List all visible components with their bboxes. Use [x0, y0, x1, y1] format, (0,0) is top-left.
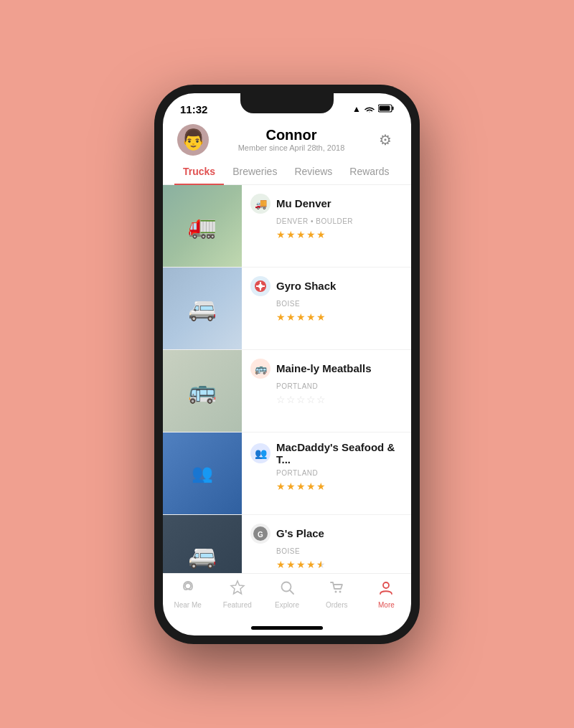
truck-details: G G's Place BOISE ★★★★ ★ ★: [242, 515, 411, 573]
truck-logo: 🚚: [250, 194, 270, 214]
truck-name: G's Place: [276, 527, 324, 539]
tab-breweries[interactable]: Breweries: [224, 159, 286, 184]
battery-icon: [378, 104, 394, 115]
more-label: More: [378, 601, 395, 609]
truck-location: PORTLAND: [276, 382, 403, 390]
near-me-label: Near Me: [174, 601, 201, 609]
truck-logo: G: [250, 524, 270, 544]
truck-image: 🚌: [163, 350, 242, 432]
truck-location: DENVER • BOULDER: [276, 217, 403, 225]
nav-explore[interactable]: Explore: [262, 580, 311, 609]
svg-marker-8: [231, 581, 244, 594]
truck-details: 🚌 Maine-ly Meatballs PORTLAND ☆☆☆☆☆: [242, 350, 411, 432]
more-icon: [378, 580, 394, 600]
truck-stars: ★★★★★: [276, 229, 403, 240]
truck-logo: 👥: [250, 443, 270, 463]
truck-logo: [250, 276, 270, 296]
orders-icon: [329, 580, 344, 600]
profile-header: 👨 Connor Member since April 28th, 2018 ⚙: [163, 118, 411, 159]
nav-featured[interactable]: Featured: [212, 580, 262, 609]
truck-name: Maine-ly Meatballs: [276, 362, 372, 374]
nav-more[interactable]: More: [362, 580, 411, 609]
svg-rect-2: [380, 105, 390, 110]
orders-label: Orders: [326, 601, 348, 609]
svg-line-10: [290, 590, 293, 594]
truck-logo: 🚌: [250, 359, 270, 379]
truck-image: 🚐: [163, 268, 242, 349]
truck-location: PORTLAND: [276, 469, 403, 477]
nav-orders[interactable]: Orders: [312, 580, 362, 609]
truck-details: 🚚 Mu Denver DENVER • BOULDER ★★★★★: [242, 185, 411, 267]
status-icons: ▲: [352, 104, 394, 115]
svg-rect-1: [392, 106, 394, 110]
truck-location: BOISE: [276, 547, 403, 555]
truck-image: 👥: [163, 432, 242, 514]
truck-list: 🚛 🚚 Mu Denver DENVER • BOULDER ★★★★★ 🚐: [163, 185, 411, 573]
truck-name: MacDaddy's Seafood & T...: [276, 441, 403, 465]
truck-details: Gyro Shack BOISE ★★★★★: [242, 268, 411, 349]
svg-point-4: [258, 284, 263, 288]
truck-location: BOISE: [276, 300, 403, 308]
svg-point-7: [185, 583, 191, 589]
truck-details: 👥 MacDaddy's Seafood & T... PORTLAND ★★★…: [242, 432, 411, 514]
phone-screen: 11:32 ▲ 👨: [163, 93, 411, 635]
tab-bar: Trucks Breweries Reviews Rewards: [163, 159, 411, 185]
profile-member-since: Member since April 28th, 2018: [238, 143, 345, 152]
svg-point-11: [335, 590, 337, 592]
list-item[interactable]: 🚐 G G's Place BOISE ★★★★: [163, 515, 411, 573]
phone-notch: [240, 93, 334, 113]
list-item[interactable]: 🚐 Gyro Shack BOISE: [163, 268, 411, 350]
truck-stars: ★★★★★: [276, 311, 403, 323]
bottom-nav: Near Me Featured Explore: [163, 573, 411, 623]
tab-rewards[interactable]: Rewards: [341, 159, 397, 184]
truck-image: 🚐: [163, 515, 242, 573]
list-item[interactable]: 👥 👥 MacDaddy's Seafood & T... PORTLAND ★…: [163, 432, 411, 515]
avatar: 👨: [177, 124, 209, 156]
featured-icon: [230, 580, 245, 600]
phone-device: 11:32 ▲ 👨: [154, 85, 420, 644]
featured-label: Featured: [223, 601, 252, 609]
near-me-icon: [180, 580, 196, 600]
truck-stars: ★★★★★: [276, 481, 403, 492]
profile-name: Connor: [265, 127, 316, 143]
svg-point-12: [339, 590, 342, 592]
truck-stars: ★★★★ ★ ★: [276, 559, 403, 570]
truck-stars: ☆☆☆☆☆: [276, 394, 403, 405]
home-indicator: [251, 626, 323, 630]
truck-name: Gyro Shack: [276, 280, 336, 292]
svg-text:G: G: [258, 530, 263, 538]
explore-label: Explore: [275, 601, 299, 609]
nav-near-me[interactable]: Near Me: [163, 580, 212, 609]
status-time: 11:32: [180, 103, 207, 115]
tab-reviews[interactable]: Reviews: [286, 159, 341, 184]
explore-icon: [279, 580, 295, 600]
truck-image: 🚛: [163, 185, 242, 267]
list-item[interactable]: 🚌 🚌 Maine-ly Meatballs PORTLAND ☆☆☆☆☆: [163, 350, 411, 432]
truck-name: Mu Denver: [276, 197, 331, 209]
tab-trucks[interactable]: Trucks: [174, 159, 224, 184]
svg-point-13: [383, 582, 389, 588]
profile-info: Connor Member since April 28th, 2018: [209, 127, 374, 152]
settings-icon[interactable]: ⚙: [374, 128, 397, 151]
wifi-icon: [364, 104, 375, 115]
signal-icon: ▲: [352, 104, 361, 114]
list-item[interactable]: 🚛 🚚 Mu Denver DENVER • BOULDER ★★★★★: [163, 185, 411, 268]
